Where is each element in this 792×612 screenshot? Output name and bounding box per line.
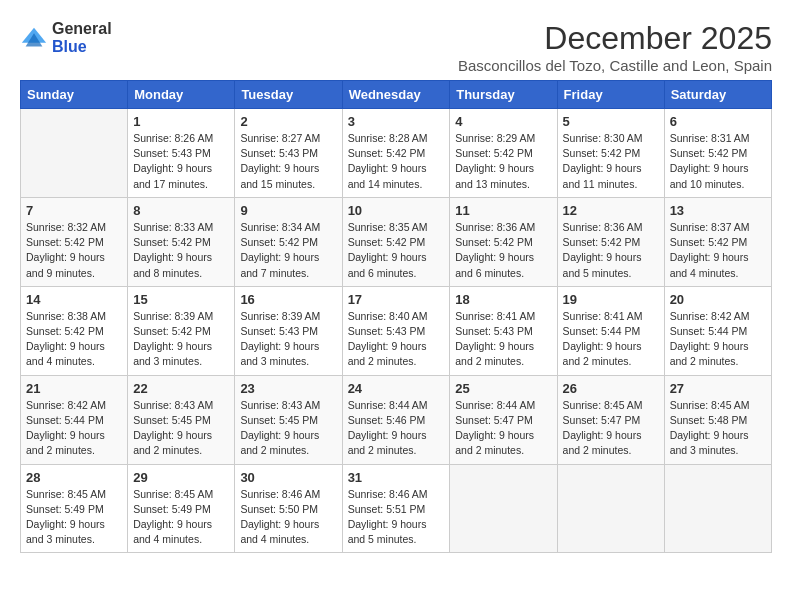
day-number: 17	[348, 292, 445, 307]
day-number: 6	[670, 114, 766, 129]
day-number: 13	[670, 203, 766, 218]
day-number: 23	[240, 381, 336, 396]
sunset-text: Sunset: 5:42 PM	[240, 236, 318, 248]
cell-content: Sunrise: 8:46 AMSunset: 5:50 PMDaylight:…	[240, 487, 336, 548]
sunrise-text: Sunrise: 8:45 AM	[133, 488, 213, 500]
daylight-text: Daylight: 9 hours and 3 minutes.	[240, 340, 319, 367]
sunrise-text: Sunrise: 8:26 AM	[133, 132, 213, 144]
cell-content: Sunrise: 8:28 AMSunset: 5:42 PMDaylight:…	[348, 131, 445, 192]
sunrise-text: Sunrise: 8:45 AM	[563, 399, 643, 411]
cell-content: Sunrise: 8:35 AMSunset: 5:42 PMDaylight:…	[348, 220, 445, 281]
daylight-text: Daylight: 9 hours and 2 minutes.	[455, 429, 534, 456]
sunset-text: Sunset: 5:43 PM	[240, 325, 318, 337]
day-number: 2	[240, 114, 336, 129]
sunrise-text: Sunrise: 8:45 AM	[670, 399, 750, 411]
sunrise-text: Sunrise: 8:46 AM	[240, 488, 320, 500]
sunrise-text: Sunrise: 8:46 AM	[348, 488, 428, 500]
day-number: 16	[240, 292, 336, 307]
sunset-text: Sunset: 5:43 PM	[240, 147, 318, 159]
calendar-cell	[557, 464, 664, 553]
sunrise-text: Sunrise: 8:39 AM	[240, 310, 320, 322]
calendar-table: SundayMondayTuesdayWednesdayThursdayFrid…	[20, 80, 772, 553]
logo-blue-text: Blue	[52, 38, 112, 56]
calendar-cell: 4Sunrise: 8:29 AMSunset: 5:42 PMDaylight…	[450, 109, 557, 198]
calendar-cell: 20Sunrise: 8:42 AMSunset: 5:44 PMDayligh…	[664, 286, 771, 375]
calendar-cell: 9Sunrise: 8:34 AMSunset: 5:42 PMDaylight…	[235, 197, 342, 286]
calendar-cell: 24Sunrise: 8:44 AMSunset: 5:46 PMDayligh…	[342, 375, 450, 464]
calendar-week-row: 14Sunrise: 8:38 AMSunset: 5:42 PMDayligh…	[21, 286, 772, 375]
day-number: 19	[563, 292, 659, 307]
cell-content: Sunrise: 8:41 AMSunset: 5:43 PMDaylight:…	[455, 309, 551, 370]
sunrise-text: Sunrise: 8:36 AM	[455, 221, 535, 233]
calendar-cell	[21, 109, 128, 198]
calendar-cell: 29Sunrise: 8:45 AMSunset: 5:49 PMDayligh…	[128, 464, 235, 553]
title-block: December 2025 Basconcillos del Tozo, Cas…	[458, 20, 772, 74]
calendar-cell: 26Sunrise: 8:45 AMSunset: 5:47 PMDayligh…	[557, 375, 664, 464]
daylight-text: Daylight: 9 hours and 17 minutes.	[133, 162, 212, 189]
page-header: General Blue December 2025 Basconcillos …	[20, 20, 772, 74]
calendar-week-row: 21Sunrise: 8:42 AMSunset: 5:44 PMDayligh…	[21, 375, 772, 464]
calendar-cell: 13Sunrise: 8:37 AMSunset: 5:42 PMDayligh…	[664, 197, 771, 286]
sunset-text: Sunset: 5:50 PM	[240, 503, 318, 515]
cell-content: Sunrise: 8:39 AMSunset: 5:42 PMDaylight:…	[133, 309, 229, 370]
sunset-text: Sunset: 5:42 PM	[348, 147, 426, 159]
sunset-text: Sunset: 5:49 PM	[26, 503, 104, 515]
cell-content: Sunrise: 8:44 AMSunset: 5:47 PMDaylight:…	[455, 398, 551, 459]
sunset-text: Sunset: 5:42 PM	[348, 236, 426, 248]
daylight-text: Daylight: 9 hours and 2 minutes.	[670, 340, 749, 367]
sunset-text: Sunset: 5:46 PM	[348, 414, 426, 426]
cell-content: Sunrise: 8:32 AMSunset: 5:42 PMDaylight:…	[26, 220, 122, 281]
calendar-cell: 22Sunrise: 8:43 AMSunset: 5:45 PMDayligh…	[128, 375, 235, 464]
day-number: 31	[348, 470, 445, 485]
calendar-cell: 14Sunrise: 8:38 AMSunset: 5:42 PMDayligh…	[21, 286, 128, 375]
daylight-text: Daylight: 9 hours and 2 minutes.	[240, 429, 319, 456]
sunset-text: Sunset: 5:45 PM	[240, 414, 318, 426]
sunrise-text: Sunrise: 8:36 AM	[563, 221, 643, 233]
column-header-sunday: Sunday	[21, 81, 128, 109]
cell-content: Sunrise: 8:36 AMSunset: 5:42 PMDaylight:…	[455, 220, 551, 281]
logo: General Blue	[20, 20, 112, 55]
cell-content: Sunrise: 8:44 AMSunset: 5:46 PMDaylight:…	[348, 398, 445, 459]
calendar-cell: 16Sunrise: 8:39 AMSunset: 5:43 PMDayligh…	[235, 286, 342, 375]
sunrise-text: Sunrise: 8:42 AM	[670, 310, 750, 322]
sunset-text: Sunset: 5:42 PM	[563, 236, 641, 248]
sunrise-text: Sunrise: 8:32 AM	[26, 221, 106, 233]
daylight-text: Daylight: 9 hours and 3 minutes.	[133, 340, 212, 367]
calendar-week-row: 7Sunrise: 8:32 AMSunset: 5:42 PMDaylight…	[21, 197, 772, 286]
cell-content: Sunrise: 8:42 AMSunset: 5:44 PMDaylight:…	[26, 398, 122, 459]
cell-content: Sunrise: 8:31 AMSunset: 5:42 PMDaylight:…	[670, 131, 766, 192]
calendar-cell: 12Sunrise: 8:36 AMSunset: 5:42 PMDayligh…	[557, 197, 664, 286]
day-number: 24	[348, 381, 445, 396]
daylight-text: Daylight: 9 hours and 2 minutes.	[348, 429, 427, 456]
cell-content: Sunrise: 8:40 AMSunset: 5:43 PMDaylight:…	[348, 309, 445, 370]
calendar-cell: 5Sunrise: 8:30 AMSunset: 5:42 PMDaylight…	[557, 109, 664, 198]
daylight-text: Daylight: 9 hours and 4 minutes.	[240, 518, 319, 545]
calendar-cell: 31Sunrise: 8:46 AMSunset: 5:51 PMDayligh…	[342, 464, 450, 553]
daylight-text: Daylight: 9 hours and 6 minutes.	[455, 251, 534, 278]
sunrise-text: Sunrise: 8:44 AM	[348, 399, 428, 411]
daylight-text: Daylight: 9 hours and 4 minutes.	[670, 251, 749, 278]
day-number: 3	[348, 114, 445, 129]
daylight-text: Daylight: 9 hours and 2 minutes.	[133, 429, 212, 456]
sunrise-text: Sunrise: 8:33 AM	[133, 221, 213, 233]
cell-content: Sunrise: 8:43 AMSunset: 5:45 PMDaylight:…	[133, 398, 229, 459]
day-number: 10	[348, 203, 445, 218]
sunrise-text: Sunrise: 8:43 AM	[240, 399, 320, 411]
day-number: 15	[133, 292, 229, 307]
sunset-text: Sunset: 5:42 PM	[133, 236, 211, 248]
calendar-cell: 7Sunrise: 8:32 AMSunset: 5:42 PMDaylight…	[21, 197, 128, 286]
daylight-text: Daylight: 9 hours and 4 minutes.	[133, 518, 212, 545]
daylight-text: Daylight: 9 hours and 5 minutes.	[563, 251, 642, 278]
day-number: 26	[563, 381, 659, 396]
sunset-text: Sunset: 5:42 PM	[455, 236, 533, 248]
calendar-header-row: SundayMondayTuesdayWednesdayThursdayFrid…	[21, 81, 772, 109]
sunrise-text: Sunrise: 8:43 AM	[133, 399, 213, 411]
daylight-text: Daylight: 9 hours and 3 minutes.	[26, 518, 105, 545]
day-number: 8	[133, 203, 229, 218]
sunset-text: Sunset: 5:43 PM	[455, 325, 533, 337]
sunset-text: Sunset: 5:42 PM	[133, 325, 211, 337]
sunset-text: Sunset: 5:43 PM	[133, 147, 211, 159]
calendar-cell: 8Sunrise: 8:33 AMSunset: 5:42 PMDaylight…	[128, 197, 235, 286]
sunrise-text: Sunrise: 8:34 AM	[240, 221, 320, 233]
daylight-text: Daylight: 9 hours and 11 minutes.	[563, 162, 642, 189]
